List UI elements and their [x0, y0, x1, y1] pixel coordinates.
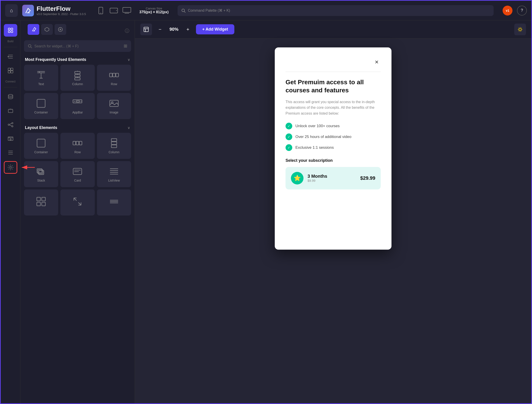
subscription-title: Select your subscription [285, 158, 381, 163]
layout-grid: Container Row [20, 133, 135, 217]
layout-chevron[interactable]: ∨ [127, 126, 130, 130]
widget-row[interactable]: Row [97, 65, 131, 91]
info-icon[interactable]: ⓘ [125, 28, 129, 34]
canvas-layers-button[interactable] [140, 24, 152, 35]
version-badge[interactable]: v1 [503, 6, 513, 15]
zoom-out-button[interactable]: − [156, 25, 165, 34]
sidebar-item-workflow[interactable] [4, 118, 17, 131]
device-buttons [95, 6, 133, 15]
layout-row[interactable]: Row [60, 133, 95, 159]
settings-button[interactable] [4, 161, 17, 174]
mobile-device-button[interactable] [95, 6, 107, 15]
widget-text[interactable]: Text [24, 65, 58, 91]
svg-rect-72 [37, 139, 45, 147]
svg-rect-59 [113, 73, 115, 77]
layout-container[interactable]: Container [24, 133, 58, 159]
search-box[interactable]: Search for widget... (⌘ + F) [24, 40, 131, 52]
tab-flutter[interactable] [28, 24, 39, 35]
tab-design[interactable] [41, 24, 53, 35]
layout-column[interactable]: Column [97, 133, 131, 159]
check-icon-2: ✓ [285, 133, 292, 140]
svg-point-43 [28, 45, 31, 47]
feature-list: ✓ Unlock over 100+ courses ✓ Over 25 hou… [285, 123, 381, 151]
layout-listview[interactable]: ListView [97, 161, 131, 187]
sidebar-item-list[interactable] [4, 50, 17, 63]
home-button[interactable]: ⌂ [5, 4, 18, 17]
build-label: Build [7, 38, 13, 44]
frequently-used-chevron[interactable]: ∨ [127, 58, 130, 62]
svg-rect-46 [126, 45, 127, 46]
modal-close-button[interactable]: ✕ [373, 58, 381, 66]
top-header: ⌂ FlutterFlow v3.0 September 9, 2022 - F… [1, 1, 531, 20]
plan-card[interactable]: ⭐ 3 Months $9.99 $29.99 [285, 167, 381, 189]
sidebar-item-build[interactable] [4, 24, 17, 37]
tab-add[interactable] [55, 24, 66, 35]
connect-label: Connect [5, 78, 15, 84]
svg-point-28 [12, 126, 13, 127]
modal-title: Get Premuim access to all courses and fe… [285, 78, 381, 95]
search-placeholder: Search for widget... (⌘ + F) [34, 44, 121, 48]
tablet-device-button[interactable] [108, 6, 120, 15]
widget-container[interactable]: Container [24, 93, 58, 119]
frequently-used-title: Most Frequently Used Elements [25, 57, 86, 62]
svg-rect-9 [8, 28, 10, 30]
sidebar-item-api[interactable] [4, 104, 17, 117]
plan-icon: ⭐ [291, 172, 304, 184]
sidebar-item-media[interactable] [4, 132, 17, 145]
svg-rect-45 [124, 45, 125, 46]
svg-rect-52 [75, 72, 80, 74]
svg-point-21 [8, 94, 13, 96]
canvas-area: − 90% + + Add Widget [135, 20, 531, 404]
help-button[interactable]: ? [517, 6, 527, 15]
widget-container-label: Container [34, 111, 48, 114]
zoom-in-button[interactable]: + [184, 25, 192, 34]
command-palette[interactable]: Command Palette (⌘ + K) [177, 5, 494, 16]
svg-rect-68 [76, 101, 80, 102]
sidebar-item-grid[interactable] [4, 64, 17, 77]
theme-toggle-button[interactable] [514, 24, 526, 35]
svg-rect-89 [37, 197, 40, 201]
svg-line-111 [521, 30, 522, 31]
panel-tabs [24, 24, 70, 38]
svg-point-27 [12, 123, 13, 124]
divider-1 [4, 47, 17, 47]
svg-point-16 [8, 56, 9, 57]
layout-container-label: Container [34, 150, 48, 154]
add-widget-button[interactable]: + Add Widget [196, 24, 234, 34]
widget-image-label: Image [109, 111, 118, 114]
widget-image[interactable]: Image [97, 93, 131, 119]
red-arrow [19, 163, 37, 171]
svg-rect-10 [11, 28, 13, 30]
widget-row-label: Row [111, 82, 117, 86]
layout-card[interactable]: Card [60, 161, 95, 187]
layout-divider[interactable] [97, 189, 131, 215]
svg-point-26 [8, 124, 9, 125]
sidebar-item-list2[interactable] [4, 146, 17, 159]
svg-rect-54 [75, 78, 80, 80]
add-widget-label: + Add Widget [202, 27, 228, 32]
layout-stack-label: Stack [37, 179, 45, 182]
layout-gridview[interactable] [24, 189, 58, 215]
plan-name: 3 Months [308, 174, 356, 179]
svg-rect-77 [111, 142, 117, 144]
canvas-size-label: Canvas Size [146, 7, 162, 10]
modal-description: This access will grant you special acces… [285, 99, 381, 116]
svg-rect-4 [123, 7, 131, 12]
svg-line-30 [9, 125, 12, 126]
widget-appbar-label: AppBar [72, 111, 83, 114]
feature-text-1: Unlock over 100+ courses [295, 124, 340, 128]
svg-rect-22 [8, 109, 13, 113]
svg-point-105 [519, 28, 521, 31]
svg-rect-12 [11, 31, 13, 33]
desktop-device-button[interactable] [121, 6, 133, 15]
svg-line-8 [184, 12, 185, 13]
check-icon-1: ✓ [285, 123, 292, 130]
widget-column[interactable]: Column [60, 65, 95, 91]
svg-rect-58 [109, 73, 112, 77]
sidebar-item-database[interactable] [4, 91, 17, 103]
layout-expand[interactable] [60, 189, 95, 215]
plan-price: $29.99 [360, 175, 375, 181]
widget-panel: ⓘ Search for widget... (⌘ + F) Most Freq… [20, 20, 135, 404]
widget-appbar[interactable]: AppBar [60, 93, 95, 119]
svg-line-113 [521, 28, 522, 28]
